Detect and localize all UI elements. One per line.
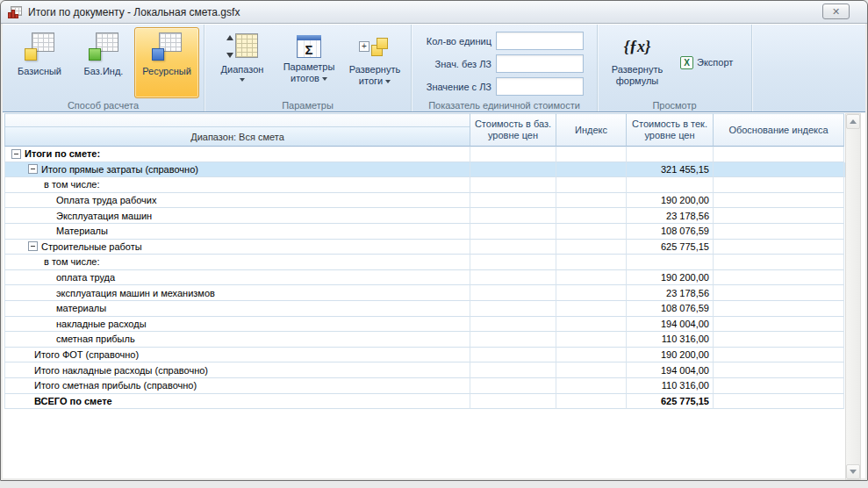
cell-base-cost (470, 177, 556, 193)
row-label-cell: в том числе: (4, 255, 470, 270)
table-row[interactable]: сметная прибыль110 316,00 (4, 332, 845, 348)
vertical-scrollbar[interactable] (845, 113, 861, 480)
value-no-lz-input[interactable] (496, 54, 584, 73)
app-icon (8, 6, 22, 18)
resource-method-button[interactable]: Ресурсный (134, 27, 199, 98)
table-row[interactable]: Эксплуатация машин23 178,56 (4, 208, 845, 224)
grid-header: Диапазон: Вся смета Стоимость в баз. уро… (4, 113, 845, 147)
row-label: материалы (56, 303, 106, 313)
cell-base-cost (470, 317, 556, 333)
table-row[interactable]: Строительные работы625 775,15 (4, 240, 845, 255)
cell-index (556, 147, 627, 162)
row-label-cell: в том числе: (4, 177, 470, 193)
collapse-icon[interactable] (28, 164, 38, 174)
cell-current-cost: 110 316,00 (627, 378, 714, 394)
scroll-down-button[interactable] (846, 464, 860, 479)
row-label: Эксплуатация машин (56, 211, 152, 221)
expand-formulas-button[interactable]: {ƒx} Развернуть формулы (603, 27, 671, 98)
row-label-cell: Оплата труда рабочих (4, 193, 470, 209)
totals-params-label-1: Параметры (283, 61, 335, 72)
table-row[interactable]: Материалы108 076,59 (4, 224, 845, 240)
table-row[interactable]: Итого сметная прибыль (справочно)110 316… (4, 378, 845, 394)
basic-method-label: Базисный (18, 66, 61, 77)
totals-params-button[interactable]: Σ Параметры итогов (276, 27, 341, 98)
cell-index (556, 301, 627, 317)
cell-current-cost: 190 200,00 (627, 270, 714, 286)
group-parameters-label: Параметры (204, 100, 411, 111)
header-empty-row (5, 113, 470, 127)
value-with-lz-input[interactable] (496, 77, 584, 96)
cell-index (556, 362, 627, 378)
export-button[interactable]: X Экспорт (675, 53, 738, 72)
totals-params-label-2: итогов (291, 73, 319, 83)
row-label-cell: Итого накладные расходы (справочно) (4, 362, 470, 378)
cell-base-cost (470, 224, 556, 240)
cell-current-cost: 23 178,56 (627, 285, 714, 301)
cell-index (556, 240, 627, 255)
close-button[interactable]: ✕ (822, 4, 850, 19)
resource-method-icon (150, 32, 183, 62)
table-row[interactable]: Итого прямые затраты (справочно)321 455,… (4, 162, 845, 178)
cell-base-cost (470, 285, 556, 301)
grid-body: Итоги по смете:Итого прямые затраты (спр… (4, 147, 845, 409)
row-label-cell: материалы (4, 301, 470, 317)
row-label: эксплуатация машин и механизмов (56, 288, 215, 298)
table-row[interactable]: эксплуатация машин и механизмов23 178,56 (4, 285, 845, 301)
table-row[interactable]: Итого ФОТ (справочно)190 200,00 (4, 348, 845, 363)
value-with-lz-label: Значение с ЛЗ (412, 82, 496, 92)
group-calc-method-label: Способ расчета (3, 100, 204, 111)
table-row[interactable]: Итого накладные расходы (справочно)194 0… (4, 362, 845, 378)
range-button[interactable]: Диапазон (212, 27, 273, 98)
scroll-up-button[interactable] (846, 114, 860, 129)
row-label: накладные расходы (56, 319, 147, 329)
table-row[interactable]: накладные расходы194 004,00 (4, 317, 845, 333)
cell-current-cost: 194 004,00 (627, 317, 714, 333)
table-row[interactable]: оплата труда190 200,00 (4, 270, 845, 286)
row-label: Итого сметная прибыль (справочно) (34, 380, 197, 391)
cell-base-cost (470, 208, 556, 224)
baz-ind-method-icon (87, 32, 120, 62)
expand-totals-button[interactable]: + Развернуть итоги (343, 27, 406, 98)
row-label: ВСЕГО по смете (34, 396, 112, 406)
close-icon: ✕ (832, 6, 840, 18)
header-range-cell: Диапазон: Вся смета (4, 113, 470, 147)
collapse-icon[interactable] (28, 241, 38, 251)
collapse-icon[interactable] (11, 149, 21, 159)
row-label-cell: Эксплуатация машин (4, 208, 470, 224)
row-label: в том числе: (44, 256, 100, 267)
qty-units-input[interactable] (496, 32, 584, 50)
cell-index-basis (714, 362, 844, 378)
cell-base-cost (470, 301, 556, 317)
row-label-cell: Итого ФОТ (справочно) (4, 348, 470, 363)
table-row[interactable]: Оплата труда рабочих190 200,00 (4, 193, 845, 209)
export-label: Экспорт (697, 57, 733, 68)
header-index-basis: Обоснование индекса (714, 113, 844, 147)
cell-base-cost (470, 240, 556, 255)
baz-ind-method-label: Баз.Инд. (84, 66, 124, 77)
value-no-lz-label: Знач. без ЛЗ (412, 59, 496, 69)
table-row[interactable]: ВСЕГО по смете625 775,15 (4, 394, 845, 410)
titlebar[interactable]: Итоги по документу - Локальная смета.gsf… (1, 1, 867, 24)
cell-index (556, 317, 627, 333)
table-row[interactable]: материалы108 076,59 (4, 301, 845, 317)
expand-formulas-label-1: Развернуть (612, 64, 663, 75)
table-row[interactable]: в том числе: (4, 255, 845, 270)
cell-current-cost: 110 316,00 (627, 332, 714, 348)
expand-totals-label-1: Развернуть (349, 64, 400, 75)
header-index: Индекс (556, 113, 627, 147)
totals-dialog-window: Итоги по документу - Локальная смета.gsf… (0, 0, 868, 481)
cell-current-cost: 321 455,15 (627, 162, 714, 178)
table-row[interactable]: в том числе: (4, 177, 845, 193)
cell-base-cost (470, 348, 556, 363)
baz-ind-method-button[interactable]: Баз.Инд. (73, 27, 134, 98)
window-title: Итоги по документу - Локальная смета.gsf… (28, 6, 240, 18)
basic-method-button[interactable]: Базисный (8, 27, 71, 98)
row-label: Итоги по смете: (25, 148, 100, 159)
cell-current-cost: 194 004,00 (627, 362, 714, 378)
table-row[interactable]: Итоги по смете: (4, 147, 845, 162)
group-parameters: Диапазон Σ Параметры итогов + Развернуть… (204, 25, 412, 111)
cell-current-cost: 625 775,15 (627, 240, 714, 255)
row-label: Материалы (56, 226, 108, 236)
row-label-cell: оплата труда (4, 270, 470, 286)
cell-index-basis (714, 240, 844, 255)
